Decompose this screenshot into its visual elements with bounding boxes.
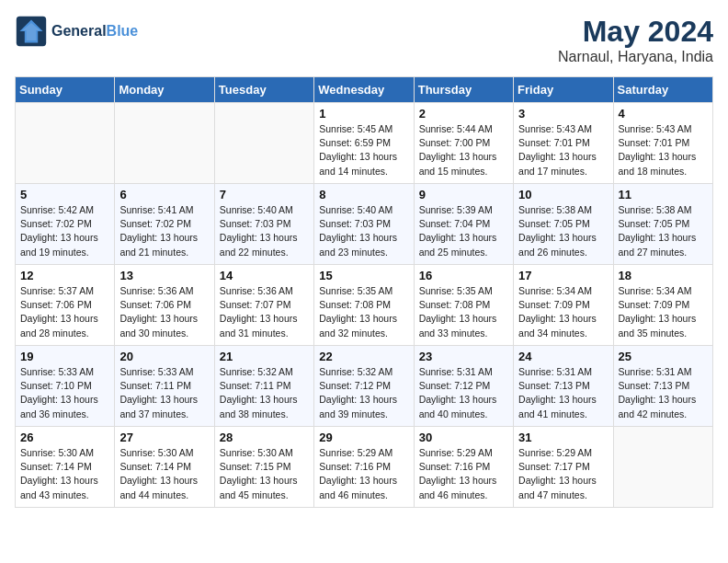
calendar-table: SundayMondayTuesdayWednesdayThursdayFrid… (15, 76, 713, 508)
month-year-title: May 2024 (558, 15, 713, 49)
weekday-header-sunday: Sunday (16, 77, 115, 103)
calendar-week-5: 26Sunrise: 5:30 AMSunset: 7:14 PMDayligh… (16, 427, 713, 508)
day-number: 19 (20, 350, 109, 363)
day-number: 23 (419, 350, 508, 363)
calendar-cell (613, 427, 712, 508)
cell-info: Sunrise: 5:37 AMSunset: 7:06 PMDaylight:… (20, 284, 109, 340)
calendar-cell: 25Sunrise: 5:31 AMSunset: 7:13 PMDayligh… (613, 346, 712, 427)
weekday-header-saturday: Saturday (613, 77, 712, 103)
page-header: GeneralBlue May 2024 Narnaul, Haryana, I… (15, 15, 713, 65)
weekday-header-thursday: Thursday (414, 77, 513, 103)
calendar-cell: 12Sunrise: 5:37 AMSunset: 7:06 PMDayligh… (16, 265, 115, 346)
calendar-cell: 30Sunrise: 5:29 AMSunset: 7:16 PMDayligh… (414, 427, 513, 508)
calendar-week-3: 12Sunrise: 5:37 AMSunset: 7:06 PMDayligh… (16, 265, 713, 346)
weekday-header-wednesday: Wednesday (314, 77, 414, 103)
cell-info: Sunrise: 5:29 AMSunset: 7:16 PMDaylight:… (319, 446, 408, 502)
calendar-cell: 15Sunrise: 5:35 AMSunset: 7:08 PMDayligh… (314, 265, 414, 346)
calendar-cell: 26Sunrise: 5:30 AMSunset: 7:14 PMDayligh… (16, 427, 115, 508)
day-number: 20 (119, 350, 209, 363)
day-number: 22 (319, 350, 408, 363)
cell-info: Sunrise: 5:32 AMSunset: 7:12 PMDaylight:… (319, 365, 408, 421)
weekday-header-friday: Friday (514, 77, 613, 103)
day-number: 21 (220, 350, 309, 363)
calendar-cell (115, 103, 214, 184)
cell-info: Sunrise: 5:29 AMSunset: 7:16 PMDaylight:… (419, 446, 508, 502)
cell-info: Sunrise: 5:40 AMSunset: 7:03 PMDaylight:… (220, 203, 309, 259)
logo-text: GeneralBlue (51, 23, 138, 40)
day-number: 11 (619, 188, 708, 201)
day-number: 24 (518, 350, 608, 363)
calendar-cell: 28Sunrise: 5:30 AMSunset: 7:15 PMDayligh… (214, 427, 313, 508)
calendar-cell: 11Sunrise: 5:38 AMSunset: 7:05 PMDayligh… (613, 184, 712, 265)
day-number: 14 (220, 269, 309, 282)
weekday-header-tuesday: Tuesday (214, 77, 313, 103)
cell-info: Sunrise: 5:34 AMSunset: 7:09 PMDaylight:… (518, 284, 608, 340)
day-number: 28 (220, 431, 309, 444)
cell-info: Sunrise: 5:44 AMSunset: 7:00 PMDaylight:… (419, 122, 508, 178)
day-number: 6 (119, 188, 209, 201)
cell-info: Sunrise: 5:39 AMSunset: 7:04 PMDaylight:… (419, 203, 508, 259)
day-number: 4 (619, 107, 708, 121)
day-number: 18 (619, 269, 708, 282)
cell-info: Sunrise: 5:45 AMSunset: 6:59 PMDaylight:… (319, 122, 408, 178)
day-number: 26 (20, 431, 109, 444)
cell-info: Sunrise: 5:30 AMSunset: 7:15 PMDaylight:… (220, 446, 309, 502)
day-number: 10 (518, 188, 608, 201)
cell-info: Sunrise: 5:36 AMSunset: 7:07 PMDaylight:… (220, 284, 309, 340)
logo-icon (15, 15, 48, 48)
logo: GeneralBlue (15, 15, 138, 48)
calendar-cell: 3Sunrise: 5:43 AMSunset: 7:01 PMDaylight… (514, 103, 613, 184)
day-number: 8 (319, 188, 408, 201)
calendar-cell: 29Sunrise: 5:29 AMSunset: 7:16 PMDayligh… (314, 427, 414, 508)
calendar-cell: 21Sunrise: 5:32 AMSunset: 7:11 PMDayligh… (214, 346, 313, 427)
cell-info: Sunrise: 5:42 AMSunset: 7:02 PMDaylight:… (20, 203, 109, 259)
day-number: 12 (20, 269, 109, 282)
cell-info: Sunrise: 5:38 AMSunset: 7:05 PMDaylight:… (518, 203, 608, 259)
cell-info: Sunrise: 5:35 AMSunset: 7:08 PMDaylight:… (319, 284, 408, 340)
calendar-cell: 23Sunrise: 5:31 AMSunset: 7:12 PMDayligh… (414, 346, 513, 427)
cell-info: Sunrise: 5:33 AMSunset: 7:10 PMDaylight:… (20, 365, 109, 421)
calendar-cell: 31Sunrise: 5:29 AMSunset: 7:17 PMDayligh… (514, 427, 613, 508)
day-number: 31 (518, 431, 608, 444)
calendar-cell: 16Sunrise: 5:35 AMSunset: 7:08 PMDayligh… (414, 265, 513, 346)
weekday-header-monday: Monday (115, 77, 214, 103)
calendar-cell: 17Sunrise: 5:34 AMSunset: 7:09 PMDayligh… (514, 265, 613, 346)
day-number: 1 (319, 107, 408, 121)
day-number: 17 (518, 269, 608, 282)
cell-info: Sunrise: 5:33 AMSunset: 7:11 PMDaylight:… (119, 365, 209, 421)
day-number: 3 (518, 107, 608, 121)
day-number: 7 (220, 188, 309, 201)
day-number: 5 (20, 188, 109, 201)
day-number: 27 (119, 431, 209, 444)
calendar-cell: 10Sunrise: 5:38 AMSunset: 7:05 PMDayligh… (514, 184, 613, 265)
calendar-cell (16, 103, 115, 184)
cell-info: Sunrise: 5:30 AMSunset: 7:14 PMDaylight:… (119, 446, 209, 502)
location-subtitle: Narnaul, Haryana, India (558, 49, 713, 65)
day-number: 29 (319, 431, 408, 444)
calendar-cell: 22Sunrise: 5:32 AMSunset: 7:12 PMDayligh… (314, 346, 414, 427)
calendar-cell: 7Sunrise: 5:40 AMSunset: 7:03 PMDaylight… (214, 184, 313, 265)
calendar-cell: 8Sunrise: 5:40 AMSunset: 7:03 PMDaylight… (314, 184, 414, 265)
calendar-cell: 24Sunrise: 5:31 AMSunset: 7:13 PMDayligh… (514, 346, 613, 427)
calendar-cell: 13Sunrise: 5:36 AMSunset: 7:06 PMDayligh… (115, 265, 214, 346)
calendar-header-row: SundayMondayTuesdayWednesdayThursdayFrid… (16, 77, 713, 103)
calendar-cell: 27Sunrise: 5:30 AMSunset: 7:14 PMDayligh… (115, 427, 214, 508)
cell-info: Sunrise: 5:40 AMSunset: 7:03 PMDaylight:… (319, 203, 408, 259)
cell-info: Sunrise: 5:43 AMSunset: 7:01 PMDaylight:… (619, 122, 708, 178)
calendar-body: 1Sunrise: 5:45 AMSunset: 6:59 PMDaylight… (16, 103, 713, 508)
day-number: 25 (619, 350, 708, 363)
day-number: 13 (119, 269, 209, 282)
calendar-cell: 5Sunrise: 5:42 AMSunset: 7:02 PMDaylight… (16, 184, 115, 265)
calendar-cell (214, 103, 313, 184)
calendar-cell: 1Sunrise: 5:45 AMSunset: 6:59 PMDaylight… (314, 103, 414, 184)
calendar-cell: 4Sunrise: 5:43 AMSunset: 7:01 PMDaylight… (613, 103, 712, 184)
calendar-cell: 9Sunrise: 5:39 AMSunset: 7:04 PMDaylight… (414, 184, 513, 265)
cell-info: Sunrise: 5:36 AMSunset: 7:06 PMDaylight:… (119, 284, 209, 340)
day-number: 2 (419, 107, 508, 121)
calendar-cell: 6Sunrise: 5:41 AMSunset: 7:02 PMDaylight… (115, 184, 214, 265)
calendar-week-4: 19Sunrise: 5:33 AMSunset: 7:10 PMDayligh… (16, 346, 713, 427)
cell-info: Sunrise: 5:43 AMSunset: 7:01 PMDaylight:… (518, 122, 608, 178)
calendar-cell: 19Sunrise: 5:33 AMSunset: 7:10 PMDayligh… (16, 346, 115, 427)
day-number: 15 (319, 269, 408, 282)
cell-info: Sunrise: 5:32 AMSunset: 7:11 PMDaylight:… (220, 365, 309, 421)
